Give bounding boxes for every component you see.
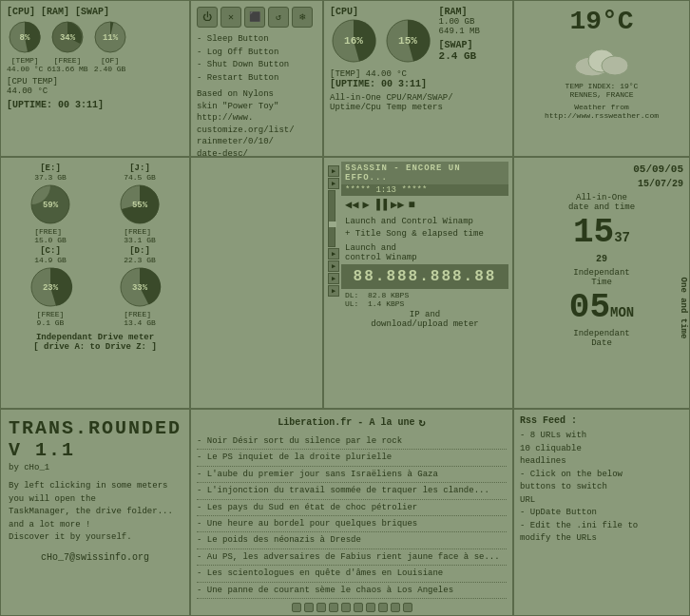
date-short: 05/09/05 [633,164,683,175]
svg-text:8%: 8% [20,33,30,43]
news-refresh-icon[interactable]: ↻ [418,415,425,430]
news-url-buttons [197,603,507,612]
rss-description: - 8 URLs with 10 cliquable headlines - C… [520,430,683,546]
news-url-btn-2[interactable] [304,603,314,612]
aio-datetime-label: All-in-Onedate and time [568,193,635,212]
drive-j-free: [FREE]33.1 GB [124,227,156,244]
drives-panel: [E:] 37.3 GB 59% [FREE]15.0 GB [J:] 74.5… [0,157,190,409]
svg-text:11%: 11% [103,33,119,43]
winamp-side-btn-1[interactable]: ▶ [328,165,339,177]
drive-d[interactable]: [D:] 22.3 GB 33% [FREE]13.4 GB [96,246,183,327]
aio-cpu-pie2[interactable]: 15% [384,17,431,65]
winamp-side-btn-2[interactable]: ▶ [328,178,339,189]
skin-title: TRANS.ROUNDED V 1.1 [9,417,182,461]
aio-cpu-header: [CPU] [330,7,431,17]
news-url-btn-3[interactable] [316,603,326,612]
power-toy-panel: ⏻ ✕ ⬛ ↺ ❄ - Sleep Button - Log Off Butto… [190,0,323,157]
winamp-side-btn-4[interactable]: ▶ [328,260,339,272]
drive-c[interactable]: [C:] 14.9 GB 23% [FREE]9.1 GB [7,246,94,327]
news-url-btn-6[interactable] [354,603,363,612]
news-item-2[interactable]: - Le PS inquiet de la droite plurielle [197,450,507,466]
skin-info-panel: TRANS.ROUNDED V 1.1 by cHo_1 By left cli… [0,409,190,616]
news-url-btn-5[interactable] [341,603,351,612]
svg-text:34%: 34% [60,33,76,43]
winamp-pause-btn[interactable]: ▐▐ [374,199,387,212]
news-item-9[interactable]: - Les scientologues en quête d'âmes en L… [197,566,507,582]
cpu-pie-container[interactable]: 8% [TEMP] 44.00 °C [7,19,43,73]
news-url-btn-9[interactable] [391,603,400,612]
time-clock-display: 15/07/29 [638,179,683,189]
news-item-1[interactable]: - Noir Désir sort du silence par le rock [197,433,507,450]
weather-icon [573,40,630,78]
news-item-5[interactable]: - Les pays du Sud en état de choc pétrol… [197,500,507,516]
power-mid-panel [190,157,323,409]
drive-j[interactable]: [J:] 74.5 GB 55% [FREE]33.1 GB [96,164,183,244]
one-and-time-text: One and time [679,278,688,339]
volume-slider[interactable] [328,190,335,247]
ram-free-info: [FREE] 613.66 MB [47,56,87,73]
winamp-side-btn-6[interactable]: ▶ [328,285,339,297]
winamp-description: Launch and Control Winamp+ Title Song & … [341,214,508,241]
news-item-6[interactable]: - Une heure au bordel pour quelques briq… [197,516,507,532]
date-day-suffix: MON [610,305,634,320]
power-menu-items: - Sleep Button - Log Off Button - Shut D… [197,33,316,85]
news-item-8[interactable]: - Au PS, les adversaires de Fabius rient… [197,549,507,566]
aio-cpu-pie[interactable]: 16% [330,17,377,65]
weather-panel: 19°C TEMP INDEX: 19°C RENNES, FRANCE Wea… [513,0,690,157]
news-header: Liberation.fr - A la une ↻ [197,415,507,430]
winamp-side-btn-5[interactable]: ▶ [328,273,339,284]
news-item-7[interactable]: - Le poids des néonazis à Dresde [197,532,507,549]
power-sleep-button[interactable]: ⏻ [197,7,218,28]
news-item-10[interactable]: - Une panne de courant sème le chaos à L… [197,583,507,599]
drive-j-pie: 55% [117,182,163,227]
weather-temperature: 19°C [569,7,633,36]
time-label: IndependantTime [573,268,629,287]
aio-uptime: [UPTIME: 00 3:11] [330,79,507,89]
news-item-4[interactable]: - L'injonction du travail sommée de traq… [197,483,507,499]
power-restart-button[interactable]: ↺ [268,7,289,28]
weather-source: Weather fromhttp://www.rssweather.com [545,103,659,120]
rss-panel: Rss Feed : - 8 URLs with 10 cliquable he… [513,409,690,616]
cpu-temp-value: 44.00 °C [7,87,183,96]
winamp-progress: ***** 1:13 ***** [341,184,508,196]
svg-text:59%: 59% [43,201,59,210]
power-shutdown-button[interactable]: ⬛ [244,7,265,28]
aio-ram-val2: 649.1 MB [439,27,480,36]
weather-temp-index: TEMP INDEX: 19°C [565,82,639,90]
time-seconds: 29 [596,254,607,264]
swap-pie-container[interactable]: 11% [OF] 2.40 GB [92,19,128,73]
ram-pie-container[interactable]: 34% [FREE] 613.66 MB [47,19,87,73]
news-url-btn-1[interactable] [292,603,301,612]
winamp-side-btn-3[interactable]: ▶ [328,248,339,260]
news-items-list: - Noir Désir sort du silence par le rock… [197,433,507,599]
winamp-stop-btn[interactable]: ■ [409,199,415,212]
svg-text:33%: 33% [132,283,148,293]
power-buttons-row: ⏻ ✕ ⬛ ↺ ❄ [197,7,316,28]
news-url-btn-8[interactable] [378,603,388,612]
svg-text:15%: 15% [398,35,417,47]
uptime-display: [UPTIME: 00 3:11] [7,100,183,110]
drive-d-free: [FREE]13.4 GB [124,310,156,327]
power-extra-button[interactable]: ❄ [292,7,313,28]
aio-ram-header: [RAM] [439,7,480,17]
winamp-prev-btn[interactable]: ◀◀ [345,198,358,212]
news-item-3[interactable]: - L'aube du premier jour sans Israëliens… [197,467,507,483]
cpu-temp-info: [TEMP] 44.00 °C [7,56,43,73]
ip-description: IP anddownload/upload meter [341,310,508,329]
rss-title: Rss Feed : [520,415,683,426]
aio-desc: All-in-One CPU/RAM/SWAP/Uptime/Cpu Temp … [330,93,507,112]
power-logoff-button[interactable]: ✕ [220,7,241,28]
swap-of-info: [OF] 2.40 GB [94,56,126,73]
cpu-ram-swap-header: [CPU] [RAM] [SWAP] [7,7,183,17]
news-panel: Liberation.fr - A la une ↻ - Noir Désir … [190,409,513,616]
cpu-temp-section: [CPU TEMP] [7,77,183,87]
news-url-btn-10[interactable] [403,603,412,612]
news-url-btn-4[interactable] [329,603,338,612]
news-url-btn-7[interactable] [366,603,375,612]
drive-e[interactable]: [E:] 37.3 GB 59% [FREE]15.0 GB [7,164,94,244]
winamp-play-btn[interactable]: ▶ [362,198,369,212]
winamp-next-btn[interactable]: ▶▶ [391,198,404,212]
drive-d-pie: 33% [117,264,163,310]
winamp-launch-label: Launch andcontrol Winamp [341,241,508,264]
winamp-controls: ◀◀ ▶ ▐▐ ▶▶ ■ [341,196,508,214]
